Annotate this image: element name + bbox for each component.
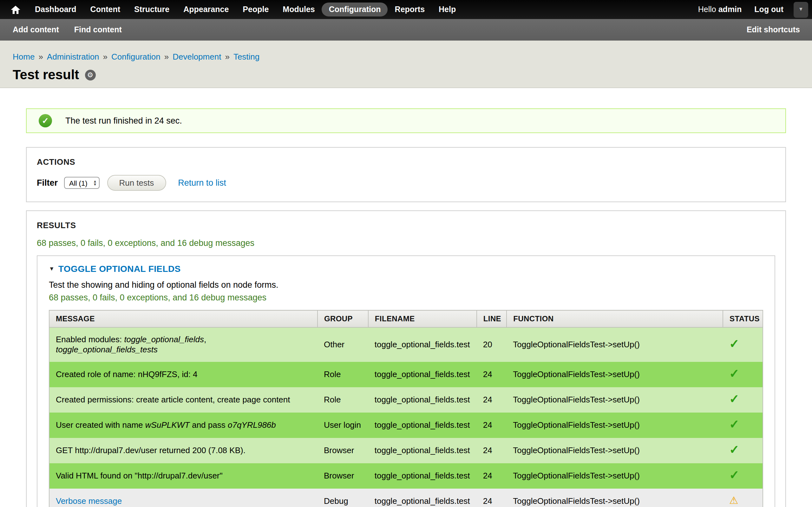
column-header-function: FUNCTION [507,310,723,327]
actions-row: Filter All (1) ▲ ▼ Run tests Return to l… [37,175,775,191]
test-group-summary: 68 passes, 0 fails, 0 exceptions, and 16… [49,293,763,302]
result-row: User created with name wSuPLKWT and pass… [49,412,763,438]
title-row: Test result ⚙ [13,67,799,82]
pass-check-icon: ✓ [729,367,740,380]
filter-label: Filter [37,178,58,187]
status-message: ✓ The test run finished in 24 sec. [26,108,786,133]
function-cell: ToggleOptionalFieldsTest->setUp() [507,412,723,438]
filename-cell: toggle_optional_fields.test [368,362,477,387]
results-summary: 68 passes, 0 fails, 0 exceptions, and 16… [37,238,775,248]
function-cell: ToggleOptionalFieldsTest->setUp() [507,489,723,507]
results-table-body: Enabled modules: toggle_optional_fields,… [49,327,763,507]
actions-panel: ACTIONS Filter All (1) ▲ ▼ Run tests Ret… [26,147,786,202]
filter-select-value: All (1) [69,179,91,187]
status-message-text: The test run finished in 24 sec. [65,116,182,125]
toolbar-item-content[interactable]: Content [84,3,127,16]
edit-shortcuts-link[interactable]: Edit shortcuts [747,25,800,34]
status-cell: ✓ [723,438,763,463]
column-header-message: MESSAGE [49,310,317,327]
logout-link[interactable]: Log out [754,5,783,14]
result-row: Created permissions: create article cont… [49,387,763,412]
chevron-down-icon: ▼ [798,7,803,12]
toolbar-item-people[interactable]: People [236,3,275,16]
toolbar-item-configuration[interactable]: Configuration [322,3,388,16]
toolbar-item-modules[interactable]: Modules [275,3,322,16]
shortcut-link-add-content[interactable]: Add content [13,25,59,34]
filename-cell: toggle_optional_fields.test [368,387,477,412]
home-icon-glyph [10,5,20,14]
breadcrumb-link-development[interactable]: Development [172,52,221,61]
select-arrows-icon: ▲ ▼ [91,180,99,186]
test-group-legend[interactable]: ▼ TOGGLE OPTIONAL FIELDS [49,264,763,274]
group-cell: Role [317,387,368,412]
column-header-group: GROUP [317,310,368,327]
filename-cell: toggle_optional_fields.test [368,327,477,362]
verbose-message-link[interactable]: Verbose message [56,496,122,505]
group-cell: Browser [317,463,368,489]
column-header-status: STATUS [723,310,763,327]
breadcrumb-link-home[interactable]: Home [13,52,35,61]
toolbar-item-dashboard[interactable]: Dashboard [28,3,84,16]
message-cell: Verbose message [49,489,317,507]
collapse-arrow-icon: ▼ [49,266,55,272]
shortcut-links: Add contentFind content [13,25,122,34]
return-to-list-link[interactable]: Return to list [178,178,226,187]
function-cell: ToggleOptionalFieldsTest->setUp() [507,463,723,489]
greeting-prefix: Hello [698,5,716,14]
breadcrumb-link-administration[interactable]: Administration [47,52,99,61]
toolbar-item-reports[interactable]: Reports [388,3,432,16]
breadcrumb-separator: » [164,52,169,61]
message-cell: Enabled modules: toggle_optional_fields,… [49,327,317,362]
filter-select[interactable]: All (1) ▲ ▼ [64,177,99,189]
result-row: GET http://drupal7.dev/user returned 200… [49,438,763,463]
main-content: ✓ The test run finished in 24 sec. ACTIO… [0,88,812,507]
toolbar-item-structure[interactable]: Structure [127,3,176,16]
shortcut-link-find-content[interactable]: Find content [74,25,122,34]
breadcrumb-link-configuration[interactable]: Configuration [111,52,160,61]
group-cell: User login [317,412,368,438]
line-cell: 24 [477,438,507,463]
test-group-fieldset: ▼ TOGGLE OPTIONAL FIELDS Test the showin… [37,256,775,507]
test-group-description: Test the showing and hiding of optional … [49,280,763,290]
group-cell: Browser [317,438,368,463]
toolbar-left: DashboardContentStructureAppearancePeopl… [6,3,463,16]
toolbar-menu: DashboardContentStructureAppearancePeopl… [28,3,463,16]
line-cell: 24 [477,463,507,489]
line-cell: 20 [477,327,507,362]
shortcut-bar: Add contentFind content Edit shortcuts [0,19,812,41]
toolbar-item-appearance[interactable]: Appearance [176,3,236,16]
status-cell: ⚠ [723,489,763,507]
run-tests-button[interactable]: Run tests [107,175,166,191]
select-down-arrow-icon: ▼ [93,183,97,186]
results-table: MESSAGEGROUPFILENAMELINEFUNCTIONSTATUS E… [49,310,763,507]
status-cell: ✓ [723,327,763,362]
test-group-title[interactable]: TOGGLE OPTIONAL FIELDS [58,264,181,274]
line-cell: 24 [477,412,507,438]
breadcrumb-link-testing[interactable]: Testing [234,52,259,61]
status-cell: ✓ [723,463,763,489]
pass-check-icon: ✓ [729,443,740,456]
group-cell: Role [317,362,368,387]
pass-check-icon: ✓ [729,337,740,350]
function-cell: ToggleOptionalFieldsTest->setUp() [507,362,723,387]
breadcrumb-separator: » [103,52,107,61]
home-icon[interactable] [6,3,24,16]
column-header-filename: FILENAME [368,310,477,327]
pass-check-icon: ✓ [729,418,740,431]
gear-icon[interactable]: ⚙ [85,69,96,80]
filename-cell: toggle_optional_fields.test [368,463,477,489]
column-header-line: LINE [477,310,507,327]
gear-glyph: ⚙ [87,71,93,78]
toolbar-item-help[interactable]: Help [432,3,463,16]
page: DashboardContentStructureAppearancePeopl… [0,0,812,507]
admin-toolbar: DashboardContentStructureAppearancePeopl… [0,0,812,19]
breadcrumb-separator: » [38,52,43,61]
result-row: Created role of name: nHQ9fFZS, id: 4Rol… [49,362,763,387]
line-cell: 24 [477,489,507,507]
toolbar-toggle-button[interactable]: ▼ [794,2,808,17]
username: admin [718,5,742,14]
line-cell: 24 [477,362,507,387]
warning-icon: ⚠ [729,495,739,506]
user-greeting: Hello admin [698,5,742,14]
table-header-row: MESSAGEGROUPFILENAMELINEFUNCTIONSTATUS [49,310,763,327]
